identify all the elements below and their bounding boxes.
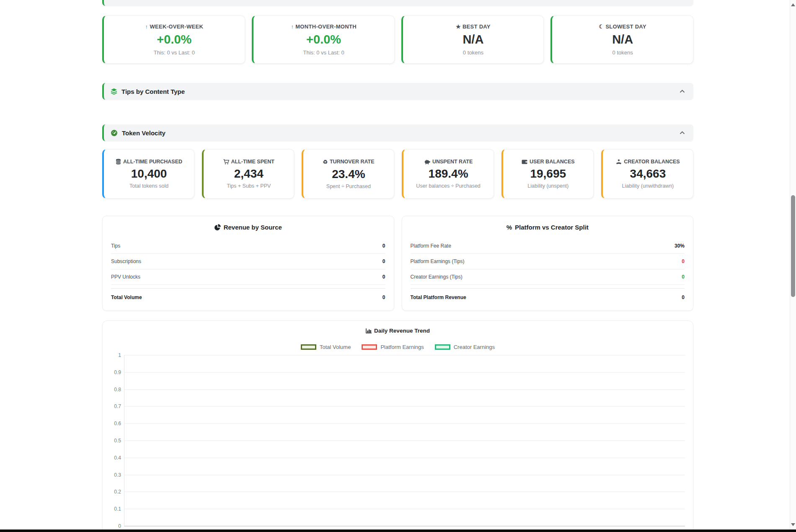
y-axis-tick-label: 0.6 (103, 421, 121, 426)
chart-legend: Total Volume Platform Earnings Creator E… (103, 344, 693, 350)
legend-label: Total Volume (320, 344, 351, 350)
legend-item-total-volume[interactable]: Total Volume (301, 344, 351, 350)
revenue-by-source-panel: Revenue by Source Tips 0 Subscriptions 0… (102, 216, 394, 311)
arrow-up-icon: ↑ (145, 23, 148, 30)
table-row: Platform Fee Rate 30% (411, 238, 685, 254)
stat-value: 19,695 (530, 167, 566, 181)
scrollbar[interactable] (790, 0, 796, 529)
table-row: Subscriptions 0 (111, 254, 385, 269)
velocity-card-user-balances: USER BALANCES 19,695 Liability (unspent) (501, 149, 594, 199)
row-value: 0 (682, 258, 685, 264)
triangle-down-icon (791, 523, 795, 526)
legend-swatch (362, 344, 377, 350)
y-axis-tick-label: 0 (103, 523, 121, 529)
gridline (124, 509, 685, 509)
stat-value: N/A (463, 33, 483, 46)
stat-value: +0.0% (157, 33, 191, 46)
stat-sub: Tips + Subs + PPV (227, 183, 271, 189)
legend-item-creator-earnings[interactable]: Creator Earnings (435, 344, 495, 350)
bar-chart-icon (366, 328, 372, 333)
chevron-up-icon[interactable] (680, 131, 685, 134)
stat-label: ★BEST DAY (456, 23, 491, 30)
velocity-card-all-time-purchased: ALL-TIME PURCHASED 10,400 Total tokens s… (102, 149, 194, 199)
layers-icon (111, 88, 117, 95)
stat-label: UNSPENT RATE (424, 159, 473, 165)
gridline (124, 389, 685, 390)
chart-title: Daily Revenue Trend (103, 328, 693, 334)
stat-label: CREATOR BALANCES (616, 159, 680, 165)
velocity-card-turnover-rate: ♻ TURNOVER RATE 23.4% Spent ÷ Purchased (302, 149, 394, 199)
table-row: PPV Unlocks 0 (111, 269, 385, 285)
y-axis-tick-label: 1 (103, 352, 121, 358)
stat-label: ↑MONTH-OVER-MONTH (291, 23, 356, 30)
gridline (124, 526, 685, 527)
legend-item-platform-earnings[interactable]: Platform Earnings (362, 344, 424, 350)
y-axis-tick-label: 0.3 (103, 472, 121, 478)
stat-value: 23.4% (332, 168, 365, 181)
row-label: Platform Earnings (Tips) (411, 258, 465, 264)
stat-value: +0.0% (306, 33, 341, 46)
stat-value: N/A (612, 33, 633, 46)
scrollbar-down-button[interactable] (790, 521, 796, 528)
velocity-card-all-time-spent: ALL-TIME SPENT 2,434 Tips + Subs + PPV (202, 149, 294, 199)
moon-icon: ☾ (599, 23, 604, 30)
row-label: Total Volume (111, 294, 142, 300)
velocity-card-unspent-rate: UNSPENT RATE 189.4% User balances ÷ Purc… (402, 149, 494, 199)
velocity-cards-row: ALL-TIME PURCHASED 10,400 Total tokens s… (102, 149, 693, 199)
total-row: Total Volume 0 (111, 289, 385, 300)
gridline (124, 372, 685, 372)
scrollbar-thumb[interactable] (791, 195, 795, 297)
gridline (124, 457, 685, 458)
star-icon: ★ (456, 23, 461, 30)
panel-title: Revenue by Source (111, 224, 385, 231)
section-header-token-velocity[interactable]: Token Velocity (102, 124, 693, 141)
scrollbar-up-button[interactable] (790, 1, 796, 8)
stat-sub: Total tokens sold (129, 183, 168, 189)
trend-card-slowest-day: ☾SLOWEST DAY N/A 0 tokens (550, 15, 693, 64)
row-value: 0 (382, 243, 385, 249)
row-value: 0 (682, 294, 685, 300)
summary-panels-row: Revenue by Source Tips 0 Subscriptions 0… (102, 216, 693, 311)
stat-label: ALL-TIME PURCHASED (116, 159, 182, 165)
row-value: 0 (382, 258, 385, 264)
y-axis-tick-label: 0.9 (103, 369, 121, 375)
stat-value: 189.4% (429, 167, 468, 181)
row-label: Platform Fee Rate (411, 243, 451, 249)
row-label: Total Platform Revenue (411, 294, 466, 300)
gridline (124, 441, 685, 441)
y-axis-tick-label: 0.1 (103, 506, 121, 512)
row-value: 0 (382, 274, 385, 280)
trend-cards-row: ↑WEEK-OVER-WEEK +0.0% This: 0 vs Last: 0… (102, 15, 693, 64)
platform-split-panel: % Platform vs Creator Split Platform Fee… (402, 216, 694, 311)
row-value: 30% (675, 243, 685, 249)
recycle-icon: ♻ (323, 159, 328, 165)
shopping-cart-icon (223, 159, 229, 165)
section-header-revenue-trends[interactable]: Revenue Trends (102, 0, 693, 6)
piggy-bank-icon (424, 159, 430, 165)
stat-value: 2,434 (234, 167, 264, 181)
panel-title: % Platform vs Creator Split (411, 224, 685, 231)
stat-sub: Spent ÷ Purchased (326, 183, 371, 189)
chevron-up-icon[interactable] (680, 90, 685, 93)
stat-sub: 0 tokens (463, 49, 483, 56)
stat-sub: Liability (unwithdrawn) (622, 183, 674, 189)
table-row: Tips 0 (111, 238, 385, 254)
y-axis-tick-label: 0.2 (103, 489, 121, 495)
stat-label: USER BALANCES (522, 159, 575, 165)
plot-area: 1 0.9 0.8 0.7 0.6 0.5 0.4 0.3 0.2 0.1 0 (103, 355, 685, 526)
trend-card-best-day: ★BEST DAY N/A 0 tokens (401, 15, 544, 64)
y-axis-tick-label: 0.8 (103, 387, 121, 393)
trend-card-month-over-month: ↑MONTH-OVER-MONTH +0.0% This: 0 vs Last:… (252, 15, 395, 64)
stat-sub: This: 0 vs Last: 0 (303, 49, 344, 56)
stat-label: ↑WEEK-OVER-WEEK (145, 23, 204, 30)
bottom-window-edge (0, 529, 796, 532)
legend-swatch (301, 344, 316, 350)
daily-revenue-trend-panel: Daily Revenue Trend Total Volume Platfor… (102, 320, 693, 532)
table-row: Platform Earnings (Tips) 0 (411, 254, 685, 269)
gridline (124, 406, 685, 407)
section-header-tips-by-content-type[interactable]: Tips by Content Type (102, 83, 693, 100)
percent-icon: % (507, 224, 512, 231)
row-label: Subscriptions (111, 258, 141, 264)
velocity-card-creator-balances: CREATOR BALANCES 34,663 Liability (unwit… (601, 149, 693, 199)
total-row: Total Platform Revenue 0 (411, 289, 685, 300)
